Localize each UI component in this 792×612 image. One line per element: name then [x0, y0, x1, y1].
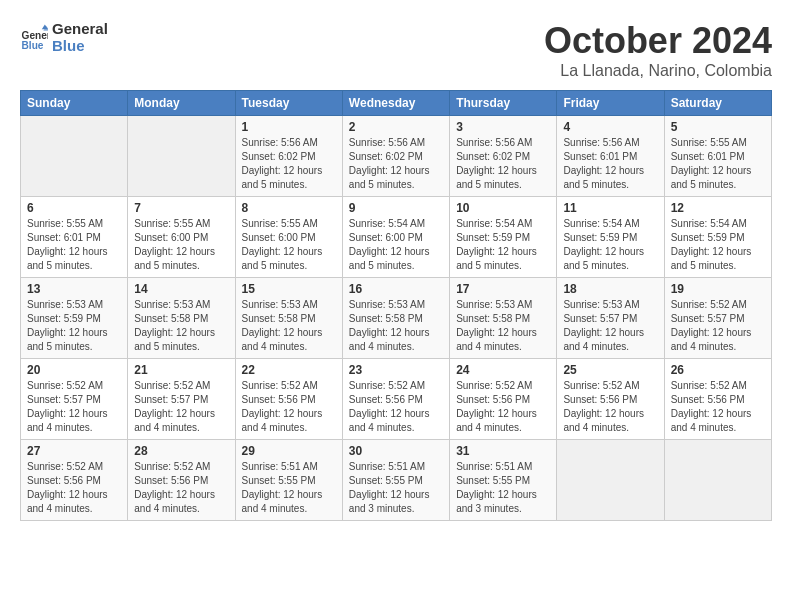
calendar-cell: 15Sunrise: 5:53 AM Sunset: 5:58 PM Dayli… [235, 278, 342, 359]
day-header-monday: Monday [128, 91, 235, 116]
day-info: Sunrise: 5:52 AM Sunset: 5:57 PM Dayligh… [27, 379, 121, 435]
day-info: Sunrise: 5:52 AM Sunset: 5:57 PM Dayligh… [134, 379, 228, 435]
day-number: 2 [349, 120, 443, 134]
day-number: 21 [134, 363, 228, 377]
day-info: Sunrise: 5:53 AM Sunset: 5:58 PM Dayligh… [242, 298, 336, 354]
day-info: Sunrise: 5:54 AM Sunset: 5:59 PM Dayligh… [563, 217, 657, 273]
day-info: Sunrise: 5:52 AM Sunset: 5:57 PM Dayligh… [671, 298, 765, 354]
page-header: General Blue General Blue October 2024 L… [20, 20, 772, 80]
day-number: 15 [242, 282, 336, 296]
calendar-cell: 1Sunrise: 5:56 AM Sunset: 6:02 PM Daylig… [235, 116, 342, 197]
day-info: Sunrise: 5:52 AM Sunset: 5:56 PM Dayligh… [456, 379, 550, 435]
calendar-cell: 16Sunrise: 5:53 AM Sunset: 5:58 PM Dayli… [342, 278, 449, 359]
calendar-cell: 28Sunrise: 5:52 AM Sunset: 5:56 PM Dayli… [128, 440, 235, 521]
day-info: Sunrise: 5:51 AM Sunset: 5:55 PM Dayligh… [242, 460, 336, 516]
day-info: Sunrise: 5:53 AM Sunset: 5:58 PM Dayligh… [349, 298, 443, 354]
day-info: Sunrise: 5:52 AM Sunset: 5:56 PM Dayligh… [27, 460, 121, 516]
day-number: 6 [27, 201, 121, 215]
calendar-cell: 4Sunrise: 5:56 AM Sunset: 6:01 PM Daylig… [557, 116, 664, 197]
day-number: 25 [563, 363, 657, 377]
calendar-cell: 25Sunrise: 5:52 AM Sunset: 5:56 PM Dayli… [557, 359, 664, 440]
day-info: Sunrise: 5:55 AM Sunset: 6:01 PM Dayligh… [671, 136, 765, 192]
calendar-header-row: SundayMondayTuesdayWednesdayThursdayFrid… [21, 91, 772, 116]
day-info: Sunrise: 5:55 AM Sunset: 6:01 PM Dayligh… [27, 217, 121, 273]
day-header-wednesday: Wednesday [342, 91, 449, 116]
day-info: Sunrise: 5:56 AM Sunset: 6:02 PM Dayligh… [456, 136, 550, 192]
calendar-cell: 19Sunrise: 5:52 AM Sunset: 5:57 PM Dayli… [664, 278, 771, 359]
calendar-cell [557, 440, 664, 521]
day-info: Sunrise: 5:53 AM Sunset: 5:57 PM Dayligh… [563, 298, 657, 354]
calendar-cell: 5Sunrise: 5:55 AM Sunset: 6:01 PM Daylig… [664, 116, 771, 197]
calendar-cell: 29Sunrise: 5:51 AM Sunset: 5:55 PM Dayli… [235, 440, 342, 521]
logo-icon: General Blue [20, 23, 48, 51]
calendar-cell: 14Sunrise: 5:53 AM Sunset: 5:58 PM Dayli… [128, 278, 235, 359]
day-info: Sunrise: 5:53 AM Sunset: 5:58 PM Dayligh… [456, 298, 550, 354]
day-number: 26 [671, 363, 765, 377]
day-number: 17 [456, 282, 550, 296]
day-number: 13 [27, 282, 121, 296]
day-number: 9 [349, 201, 443, 215]
calendar-cell: 20Sunrise: 5:52 AM Sunset: 5:57 PM Dayli… [21, 359, 128, 440]
day-number: 11 [563, 201, 657, 215]
day-number: 22 [242, 363, 336, 377]
calendar-cell [664, 440, 771, 521]
day-number: 16 [349, 282, 443, 296]
day-number: 18 [563, 282, 657, 296]
day-number: 29 [242, 444, 336, 458]
calendar-cell: 22Sunrise: 5:52 AM Sunset: 5:56 PM Dayli… [235, 359, 342, 440]
day-header-thursday: Thursday [450, 91, 557, 116]
calendar-cell: 18Sunrise: 5:53 AM Sunset: 5:57 PM Dayli… [557, 278, 664, 359]
calendar-cell: 26Sunrise: 5:52 AM Sunset: 5:56 PM Dayli… [664, 359, 771, 440]
day-number: 24 [456, 363, 550, 377]
day-info: Sunrise: 5:53 AM Sunset: 5:58 PM Dayligh… [134, 298, 228, 354]
calendar-cell [21, 116, 128, 197]
day-info: Sunrise: 5:56 AM Sunset: 6:01 PM Dayligh… [563, 136, 657, 192]
day-info: Sunrise: 5:56 AM Sunset: 6:02 PM Dayligh… [349, 136, 443, 192]
day-info: Sunrise: 5:52 AM Sunset: 5:56 PM Dayligh… [671, 379, 765, 435]
day-info: Sunrise: 5:55 AM Sunset: 6:00 PM Dayligh… [134, 217, 228, 273]
calendar-table: SundayMondayTuesdayWednesdayThursdayFrid… [20, 90, 772, 521]
day-info: Sunrise: 5:52 AM Sunset: 5:56 PM Dayligh… [242, 379, 336, 435]
calendar-cell: 12Sunrise: 5:54 AM Sunset: 5:59 PM Dayli… [664, 197, 771, 278]
day-number: 3 [456, 120, 550, 134]
svg-text:Blue: Blue [22, 40, 44, 51]
calendar-cell: 21Sunrise: 5:52 AM Sunset: 5:57 PM Dayli… [128, 359, 235, 440]
logo: General Blue General Blue [20, 20, 108, 54]
day-header-saturday: Saturday [664, 91, 771, 116]
calendar-cell: 27Sunrise: 5:52 AM Sunset: 5:56 PM Dayli… [21, 440, 128, 521]
calendar-cell: 13Sunrise: 5:53 AM Sunset: 5:59 PM Dayli… [21, 278, 128, 359]
calendar-cell: 24Sunrise: 5:52 AM Sunset: 5:56 PM Dayli… [450, 359, 557, 440]
day-info: Sunrise: 5:55 AM Sunset: 6:00 PM Dayligh… [242, 217, 336, 273]
day-number: 7 [134, 201, 228, 215]
day-header-tuesday: Tuesday [235, 91, 342, 116]
calendar-cell: 8Sunrise: 5:55 AM Sunset: 6:00 PM Daylig… [235, 197, 342, 278]
calendar-cell: 10Sunrise: 5:54 AM Sunset: 5:59 PM Dayli… [450, 197, 557, 278]
logo-general: General [52, 20, 108, 37]
calendar-week-row: 1Sunrise: 5:56 AM Sunset: 6:02 PM Daylig… [21, 116, 772, 197]
title-area: October 2024 La Llanada, Narino, Colombi… [544, 20, 772, 80]
calendar-cell: 3Sunrise: 5:56 AM Sunset: 6:02 PM Daylig… [450, 116, 557, 197]
calendar-cell: 30Sunrise: 5:51 AM Sunset: 5:55 PM Dayli… [342, 440, 449, 521]
day-number: 20 [27, 363, 121, 377]
calendar-cell: 6Sunrise: 5:55 AM Sunset: 6:01 PM Daylig… [21, 197, 128, 278]
day-info: Sunrise: 5:52 AM Sunset: 5:56 PM Dayligh… [349, 379, 443, 435]
day-info: Sunrise: 5:52 AM Sunset: 5:56 PM Dayligh… [563, 379, 657, 435]
day-info: Sunrise: 5:54 AM Sunset: 5:59 PM Dayligh… [671, 217, 765, 273]
calendar-week-row: 20Sunrise: 5:52 AM Sunset: 5:57 PM Dayli… [21, 359, 772, 440]
calendar-week-row: 6Sunrise: 5:55 AM Sunset: 6:01 PM Daylig… [21, 197, 772, 278]
calendar-week-row: 27Sunrise: 5:52 AM Sunset: 5:56 PM Dayli… [21, 440, 772, 521]
day-number: 14 [134, 282, 228, 296]
day-header-friday: Friday [557, 91, 664, 116]
day-number: 28 [134, 444, 228, 458]
day-info: Sunrise: 5:56 AM Sunset: 6:02 PM Dayligh… [242, 136, 336, 192]
calendar-cell [128, 116, 235, 197]
day-number: 4 [563, 120, 657, 134]
day-info: Sunrise: 5:53 AM Sunset: 5:59 PM Dayligh… [27, 298, 121, 354]
calendar-cell: 7Sunrise: 5:55 AM Sunset: 6:00 PM Daylig… [128, 197, 235, 278]
calendar-cell: 9Sunrise: 5:54 AM Sunset: 6:00 PM Daylig… [342, 197, 449, 278]
day-number: 19 [671, 282, 765, 296]
day-info: Sunrise: 5:54 AM Sunset: 6:00 PM Dayligh… [349, 217, 443, 273]
day-number: 10 [456, 201, 550, 215]
day-number: 1 [242, 120, 336, 134]
day-number: 8 [242, 201, 336, 215]
